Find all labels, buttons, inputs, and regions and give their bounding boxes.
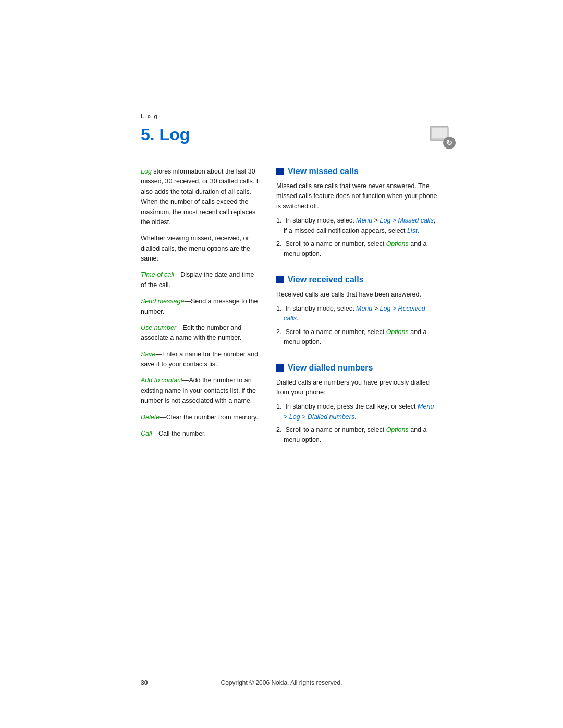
blue-square-icon-2 bbox=[276, 276, 284, 283]
heading-received-calls: View received calls bbox=[276, 275, 438, 285]
options-link-3: Options bbox=[386, 426, 409, 434]
menu-item-save: Save—Enter a name for the number and sav… bbox=[141, 350, 261, 370]
menu-item-time: Time of call—Display the date and time o… bbox=[141, 270, 261, 290]
menu-link-2: Menu bbox=[356, 305, 372, 312]
term-call: Call bbox=[141, 430, 152, 437]
chapter-title: 5. Log bbox=[141, 125, 190, 144]
left-column: Log stores information about the last 30… bbox=[141, 167, 261, 445]
phone-icon: ↻ bbox=[427, 125, 459, 151]
section-dialled-numbers: View dialled numbers Dialled calls are n… bbox=[276, 363, 438, 446]
list-link: List bbox=[407, 227, 417, 235]
heading-received-calls-text: View received calls bbox=[288, 275, 364, 285]
term-send-message: Send message bbox=[141, 298, 184, 305]
log-received-link: Log > Received calls bbox=[284, 305, 425, 322]
log-missed-link: Log > Missed calls bbox=[380, 217, 434, 224]
section-received-calls: View received calls Received calls are c… bbox=[276, 275, 438, 348]
right-column: View missed calls Missed calls are calls… bbox=[276, 167, 438, 461]
received-calls-intro: Received calls are calls that have been … bbox=[276, 290, 438, 300]
chapter-label: L o g bbox=[141, 114, 158, 119]
section-missed-calls: View missed calls Missed calls are calls… bbox=[276, 167, 438, 260]
menu-item-use-number: Use number—Edit the number and associate… bbox=[141, 323, 261, 343]
options-link-1: Options bbox=[386, 240, 409, 248]
blue-square-icon bbox=[276, 168, 284, 175]
term-use-number: Use number bbox=[141, 324, 176, 331]
dialled-numbers-step-1: 1. In standby mode, press the call key; … bbox=[276, 402, 438, 422]
intro-paragraph-2: Whether viewing missed, received, or dia… bbox=[141, 233, 261, 264]
missed-calls-steps: 1. In standby mode, select Menu > Log > … bbox=[276, 216, 438, 260]
footer: 30 Copyright © 2006 Nokia. All rights re… bbox=[0, 679, 563, 686]
menu-item-add-contact: Add to contact—Add the number to an exis… bbox=[141, 376, 261, 406]
blue-square-icon-3 bbox=[276, 364, 284, 372]
term-time-of-call: Time of call bbox=[141, 271, 174, 278]
menu-item-call: Call—Call the number. bbox=[141, 429, 261, 439]
missed-calls-intro: Missed calls are calls that were never a… bbox=[276, 181, 438, 212]
received-calls-step-1: 1. In standby mode, select Menu > Log > … bbox=[276, 304, 438, 324]
heading-missed-calls-text: View missed calls bbox=[288, 167, 359, 176]
options-link-2: Options bbox=[386, 328, 409, 336]
term-delete: Delete bbox=[141, 414, 160, 421]
menu-link-1: Menu bbox=[356, 217, 372, 224]
term-save: Save bbox=[141, 351, 156, 358]
term-add-to-contact: Add to contact bbox=[141, 377, 182, 384]
menu-log-dialled-link: Menu > Log > Dialled numbers bbox=[284, 403, 434, 420]
svg-rect-1 bbox=[432, 128, 447, 138]
menu-item-delete: Delete—Clear the number from memory. bbox=[141, 413, 261, 423]
dialled-numbers-step-2: 2. Scroll to a name or number, select Op… bbox=[276, 425, 438, 446]
footer-divider bbox=[141, 673, 459, 673]
intro-paragraph-1: Log stores information about the last 30… bbox=[141, 167, 261, 227]
menu-item-send: Send message—Send a message to the numbe… bbox=[141, 297, 261, 317]
svg-text:↻: ↻ bbox=[446, 139, 452, 147]
dialled-numbers-steps: 1. In standby mode, press the call key; … bbox=[276, 402, 438, 446]
missed-calls-step-1: 1. In standby mode, select Menu > Log > … bbox=[276, 216, 438, 236]
copyright-text: Copyright © 2006 Nokia. All rights reser… bbox=[221, 679, 342, 686]
received-calls-step-2: 2. Scroll to a name or number, select Op… bbox=[276, 327, 438, 348]
missed-calls-step-2: 2. Scroll to a name or number, select Op… bbox=[276, 239, 438, 260]
log-term: Log bbox=[141, 168, 152, 175]
page-wrapper: L o g 5. Log ↻ Log stores information ab… bbox=[0, 0, 563, 728]
received-calls-steps: 1. In standby mode, select Menu > Log > … bbox=[276, 304, 438, 348]
heading-dialled-numbers-text: View dialled numbers bbox=[288, 363, 373, 373]
dialled-numbers-intro: Dialled calls are numbers you have previ… bbox=[276, 378, 438, 398]
heading-dialled-numbers: View dialled numbers bbox=[276, 363, 438, 373]
page-number: 30 bbox=[141, 679, 148, 686]
heading-missed-calls: View missed calls bbox=[276, 167, 438, 176]
